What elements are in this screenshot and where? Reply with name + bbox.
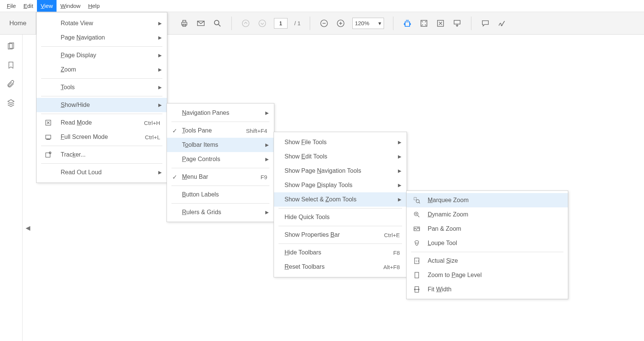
bookmark-icon[interactable] <box>7 61 16 70</box>
page-total: / 1 <box>294 20 301 26</box>
menu-file[interactable]: File <box>3 0 20 12</box>
pan-zoom-icon <box>413 225 421 233</box>
menu-pan-zoom[interactable]: Pan & Zoom <box>407 222 568 236</box>
print-icon[interactable] <box>179 18 189 28</box>
svg-text:1:1: 1:1 <box>416 260 419 262</box>
page-up-icon[interactable] <box>241 18 251 28</box>
comment-icon[interactable] <box>480 18 490 28</box>
menu-show-file-tools[interactable]: Show File Tools▶ <box>274 135 407 149</box>
menu-actual-size[interactable]: 1:1 Actual Size <box>407 254 568 268</box>
menu-sep <box>41 96 162 96</box>
view-dropdown: Rotate View▶ Page Navigation▶ Page Displ… <box>36 12 167 183</box>
menu-edit[interactable]: Edit <box>20 0 37 12</box>
menu-rotate-view[interactable]: Rotate View▶ <box>37 16 167 30</box>
svg-rect-21 <box>47 139 50 140</box>
menu-sep <box>411 252 563 252</box>
fullscreen-icon[interactable] <box>436 18 445 28</box>
fullscreen-icon <box>44 133 52 141</box>
menu-page-display[interactable]: Page Display▶ <box>37 48 167 62</box>
menu-page-controls[interactable]: Page Controls▶ <box>167 152 274 166</box>
layers-icon[interactable] <box>7 99 16 108</box>
sign-icon[interactable] <box>497 18 507 28</box>
zoom-select[interactable]: 120% ▾ <box>352 18 384 29</box>
menu-view[interactable]: View <box>37 0 57 12</box>
menu-button-labels[interactable]: Button Labels <box>167 187 274 202</box>
menu-fit-width[interactable]: Fit Width <box>407 282 568 297</box>
svg-line-28 <box>418 216 419 217</box>
check-icon: ✓ <box>172 127 177 134</box>
toolbar-sep <box>471 17 471 30</box>
menu-reset-toolbars[interactable]: Reset ToolbarsAlt+F8 <box>274 260 407 274</box>
menu-window[interactable]: Window <box>57 0 84 12</box>
zoom-value: 120% <box>355 20 369 26</box>
menu-sep <box>41 114 162 114</box>
menu-show-pagedisp-tools[interactable]: Show Page Display Tools▶ <box>274 178 407 192</box>
marquee-zoom-icon <box>413 196 421 204</box>
menu-read-mode[interactable]: Read ModeCtrl+H <box>37 116 167 130</box>
menu-sep <box>41 46 162 47</box>
select-zoom-dropdown: Marquee Zoom Dynamic Zoom Pan & Zoom Lou… <box>406 190 568 299</box>
check-icon: ✓ <box>172 174 177 181</box>
svg-rect-24 <box>414 198 417 200</box>
menu-fullscreen[interactable]: Full Screen ModeCtrl+L <box>37 130 167 144</box>
menu-zoom-page-level[interactable]: Zoom to Page Level <box>407 268 568 282</box>
menu-show-pagenav-tools[interactable]: Show Page Navigation Tools▶ <box>274 164 407 178</box>
menu-marquee-zoom[interactable]: Marquee Zoom <box>407 193 568 207</box>
menu-tools-pane[interactable]: ✓Tools PaneShift+F4 <box>167 123 274 138</box>
sidebar-collapse-icon[interactable]: ◀ <box>26 224 30 231</box>
loupe-icon <box>413 239 421 247</box>
dynamic-zoom-icon <box>413 210 421 219</box>
fit-width-icon <box>413 285 421 294</box>
menu-zoom[interactable]: Zoom▶ <box>37 62 167 77</box>
sidebar <box>0 35 23 341</box>
fit-width-icon[interactable] <box>402 18 412 28</box>
mail-icon[interactable] <box>196 18 206 28</box>
menu-hide-quick-tools[interactable]: Hide Quick Tools <box>274 210 407 224</box>
svg-point-6 <box>242 20 249 27</box>
zoom-in-icon[interactable] <box>336 18 346 28</box>
menu-sep <box>41 146 162 146</box>
svg-point-25 <box>416 199 419 202</box>
fit-page-icon[interactable] <box>419 18 429 28</box>
toolbar-sep <box>310 17 310 30</box>
menu-tracker[interactable]: Tracker... <box>37 148 167 162</box>
svg-point-7 <box>259 20 266 27</box>
menu-page-navigation[interactable]: Page Navigation▶ <box>37 30 167 45</box>
menu-show-select-zoom-tools[interactable]: Show Select & Zoom Tools▶ <box>274 192 407 207</box>
menu-show-hide[interactable]: Show/Hide▶ <box>37 98 167 112</box>
svg-rect-33 <box>415 272 419 278</box>
toolbar-items-dropdown: Show File Tools▶ Show Edit Tools▶ Show P… <box>274 132 407 277</box>
menu-help[interactable]: Help <box>84 0 104 12</box>
menu-sep <box>171 168 269 168</box>
menu-menu-bar[interactable]: ✓Menu BarF9 <box>167 170 274 184</box>
zoom-out-icon[interactable] <box>319 18 329 28</box>
menu-show-properties-bar[interactable]: Show Properties BarCtrl+E <box>274 228 407 242</box>
menu-read-out-loud[interactable]: Read Out Loud▶ <box>37 165 167 180</box>
svg-line-26 <box>419 202 420 204</box>
read-mode-icon[interactable] <box>452 18 462 28</box>
menu-sep <box>278 208 402 209</box>
menu-show-edit-tools[interactable]: Show Edit Tools▶ <box>274 149 407 164</box>
svg-rect-16 <box>454 20 460 24</box>
show-hide-dropdown: Navigation Panes▶ ✓Tools PaneShift+F4 To… <box>167 103 274 222</box>
search-icon[interactable] <box>213 18 222 28</box>
page-input[interactable] <box>274 18 288 29</box>
menu-sep <box>278 244 402 244</box>
svg-rect-1 <box>183 20 186 22</box>
menu-dynamic-zoom[interactable]: Dynamic Zoom <box>407 207 568 222</box>
menu-nav-panes[interactable]: Navigation Panes▶ <box>167 106 274 120</box>
dropdown-icon: ▾ <box>378 20 381 27</box>
thumbnails-icon[interactable] <box>7 42 16 51</box>
menu-tools[interactable]: Tools▶ <box>37 80 167 94</box>
menu-loupe-tool[interactable]: Loupe Tool <box>407 236 568 250</box>
menu-toolbar-items[interactable]: Toolbar Items▶ <box>167 138 274 152</box>
actual-size-icon: 1:1 <box>413 257 421 265</box>
page-level-icon <box>413 271 421 279</box>
menu-hide-toolbars[interactable]: Hide ToolbarsF8 <box>274 245 407 260</box>
svg-rect-0 <box>182 22 187 25</box>
menu-rulers-grids[interactable]: Rulers & Grids▶ <box>167 205 274 219</box>
attachment-icon[interactable] <box>7 80 16 89</box>
page-down-icon[interactable] <box>257 18 267 28</box>
home-button[interactable]: Home <box>0 12 36 34</box>
toolbar-sep <box>393 17 393 30</box>
